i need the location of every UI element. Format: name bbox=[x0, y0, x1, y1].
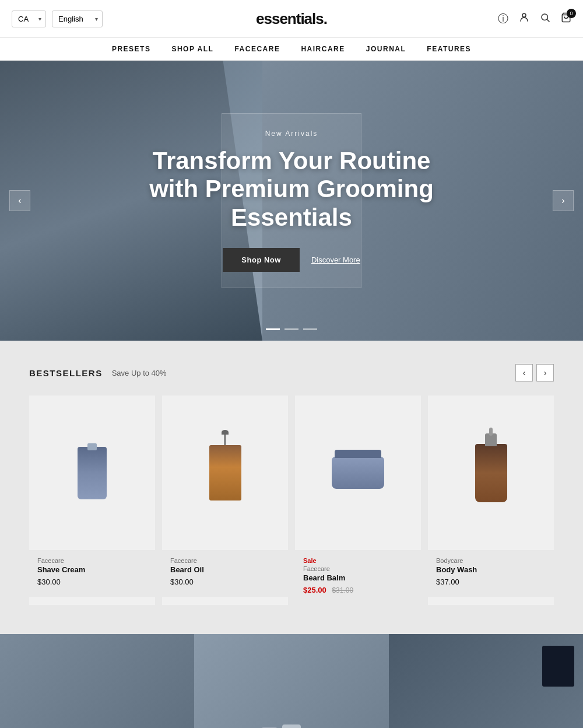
hero-dots bbox=[266, 328, 317, 330]
banner-panel-haircare[interactable] bbox=[389, 634, 583, 728]
svg-line-2 bbox=[547, 19, 549, 22]
product-category: Facecare bbox=[37, 557, 147, 564]
nav-item-features[interactable]: FEATURES bbox=[427, 45, 471, 53]
hair-box bbox=[542, 646, 574, 687]
hero-next-button[interactable]: › bbox=[553, 190, 574, 211]
bestsellers-header: BESTSELLERS Save Up to 40% ‹ › bbox=[29, 364, 554, 382]
cart-count: 0 bbox=[567, 9, 576, 18]
hero-buttons: Shop Now Discover More bbox=[128, 248, 455, 272]
header-left: CA US UK ▾ English French Spanish ▾ bbox=[12, 10, 103, 27]
site-header: CA US UK ▾ English French Spanish ▾ esse… bbox=[0, 0, 583, 61]
account-icon[interactable] bbox=[519, 12, 529, 26]
product-card-beard-oil[interactable]: Facecare Beard Oil $30.00 bbox=[162, 396, 288, 605]
carousel-prev-button[interactable]: ‹ bbox=[515, 364, 533, 382]
bottom-banner-section: Facecare Body Cream bbox=[0, 634, 583, 728]
hero-prev-button[interactable]: ‹ bbox=[9, 190, 30, 211]
hero-dot-2[interactable] bbox=[285, 328, 298, 330]
nav-item-journal[interactable]: JOURNAL bbox=[366, 45, 406, 53]
main-nav: PRESETS SHOP ALL FACECARE HAIRCARE JOURN… bbox=[0, 38, 583, 61]
product-image-beard-oil bbox=[162, 396, 288, 550]
product-image-body-wash bbox=[428, 396, 554, 550]
carousel-next-button[interactable]: › bbox=[536, 364, 554, 382]
nav-item-shop-all[interactable]: SHOP ALL bbox=[171, 45, 213, 53]
product-price: $30.00 bbox=[170, 578, 280, 586]
bestsellers-section: BESTSELLERS Save Up to 40% ‹ › Facecare … bbox=[0, 341, 583, 634]
product-name: Shave Cream bbox=[37, 565, 147, 574]
svg-point-0 bbox=[522, 13, 526, 17]
products-grid: Facecare Shave Cream $30.00 Facecare Bea… bbox=[29, 396, 554, 605]
hero-content: New Arrivals Transform Your Routine with… bbox=[117, 130, 466, 272]
cart-icon[interactable]: 0 bbox=[561, 12, 571, 26]
nav-item-facecare[interactable]: FACECARE bbox=[234, 45, 280, 53]
bestsellers-title-wrap: BESTSELLERS Save Up to 40% bbox=[29, 368, 167, 378]
product-info-shave-cream: Facecare Shave Cream $30.00 bbox=[29, 550, 155, 597]
product-name: Body Wash bbox=[436, 565, 546, 574]
hero-tag: New Arrivals bbox=[128, 130, 455, 138]
language-select-wrap[interactable]: English French Spanish ▾ bbox=[52, 10, 103, 27]
bestsellers-title: BESTSELLERS bbox=[29, 368, 103, 378]
product-card-body-wash[interactable]: Bodycare Body Wash $37.00 bbox=[428, 396, 554, 605]
region-select[interactable]: CA US UK bbox=[12, 10, 46, 27]
product-info-beard-oil: Facecare Beard Oil $30.00 bbox=[162, 550, 288, 597]
product-card-shave-cream[interactable]: Facecare Shave Cream $30.00 bbox=[29, 396, 155, 605]
sale-badge: Sale bbox=[303, 557, 413, 564]
nav-item-haircare[interactable]: HAIRCARE bbox=[301, 45, 345, 53]
body-wash-illustration bbox=[475, 444, 507, 502]
product-image-beard-balm bbox=[295, 396, 421, 550]
product-price: $25.00 $31.00 bbox=[303, 586, 413, 594]
info-icon[interactable]: ⓘ bbox=[498, 12, 508, 26]
language-select[interactable]: English French Spanish bbox=[52, 10, 103, 27]
shave-cream-illustration bbox=[78, 447, 107, 499]
product-card-beard-balm[interactable]: Sale Facecare Beard Balm $25.00 $31.00 bbox=[295, 396, 421, 605]
hero-title: Transform Your Routine with Premium Groo… bbox=[128, 147, 455, 232]
product-category: Facecare bbox=[170, 557, 280, 564]
hero-shop-now-button[interactable]: Shop Now bbox=[223, 248, 300, 272]
region-select-wrap[interactable]: CA US UK ▾ bbox=[12, 10, 46, 27]
product-name: Beard Oil bbox=[170, 565, 280, 574]
product-price: $37.00 bbox=[436, 578, 546, 586]
banner-panel-facecare[interactable]: Facecare bbox=[0, 634, 194, 728]
sale-price: $25.00 bbox=[303, 586, 326, 594]
product-price: $30.00 bbox=[37, 578, 147, 586]
product-category: Bodycare bbox=[436, 557, 546, 564]
body-products: Body Cream bbox=[261, 724, 322, 728]
search-icon[interactable] bbox=[540, 12, 550, 26]
site-logo[interactable]: essentials. bbox=[256, 10, 327, 28]
product-info-beard-balm: Sale Facecare Beard Balm $25.00 $31.00 bbox=[295, 550, 421, 605]
product-image-shave-cream bbox=[29, 396, 155, 550]
product-name: Beard Balm bbox=[303, 573, 413, 582]
nav-item-presets[interactable]: PRESETS bbox=[112, 45, 151, 53]
hero-discover-more-button[interactable]: Discover More bbox=[311, 256, 360, 264]
beard-oil-illustration bbox=[209, 445, 241, 501]
svg-point-1 bbox=[542, 14, 548, 20]
product-category: Facecare bbox=[303, 565, 413, 572]
product-info-body-wash: Bodycare Body Wash $37.00 bbox=[428, 550, 554, 597]
hero-dot-1[interactable] bbox=[266, 328, 280, 330]
carousel-controls: ‹ › bbox=[515, 364, 554, 382]
header-right: ⓘ 0 bbox=[498, 12, 571, 26]
original-price: $31.00 bbox=[332, 586, 353, 594]
hero-section: New Arrivals Transform Your Routine with… bbox=[0, 61, 583, 341]
bestsellers-subtitle: Save Up to 40% bbox=[112, 369, 167, 377]
hero-dot-3[interactable] bbox=[303, 328, 317, 330]
beard-balm-illustration bbox=[332, 457, 384, 489]
banner-panel-body[interactable]: Body Cream bbox=[194, 634, 388, 728]
